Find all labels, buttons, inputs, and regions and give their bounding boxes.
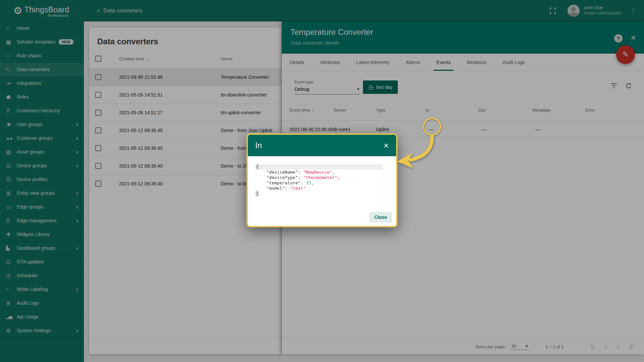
dialog-body: { "deviceName": "NewDevice", "deviceType…: [248, 156, 396, 226]
arrow-annotation: [386, 131, 439, 171]
json-code: { "deviceName": "NewDevice", "deviceType…: [256, 164, 391, 196]
in-dialog: In × { "deviceName": "NewDevice", "devic…: [247, 133, 397, 227]
close-button[interactable]: Close: [369, 212, 392, 223]
dialog-header: In ×: [248, 135, 396, 156]
dialog-title: In: [255, 141, 262, 150]
thingsboard-app: ⚙ ThingsBoard Professional Home ∨ Soluti…: [0, 0, 644, 362]
